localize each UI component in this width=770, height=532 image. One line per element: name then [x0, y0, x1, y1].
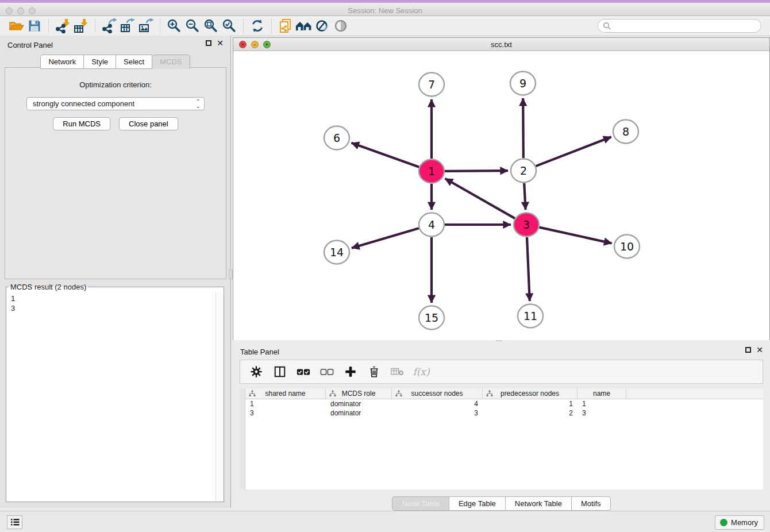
result-scrollbar[interactable] [215, 292, 222, 500]
graph-node-2[interactable]: 2 [511, 159, 536, 183]
graph-node-10[interactable]: 10 [614, 235, 640, 259]
clone-network-button[interactable] [276, 17, 295, 34]
table-row[interactable]: 1 dominator 4 1 1 [245, 399, 763, 408]
cell-predecessor-nodes[interactable]: 1 [483, 400, 578, 408]
table-row[interactable]: 3 dominator 3 2 3 [245, 408, 763, 418]
graph-node-4[interactable]: 4 [419, 213, 444, 237]
graph-edge-4-14[interactable] [352, 228, 419, 248]
open-session-button[interactable] [7, 17, 25, 34]
cell-predecessor-nodes[interactable]: 2 [483, 409, 578, 417]
import-table-icon [74, 18, 88, 33]
network-canvas[interactable]: 1234678910111415 [233, 51, 769, 340]
graph-edge-2-9[interactable] [523, 98, 523, 158]
column-header-name[interactable]: name [578, 388, 626, 399]
export-table-button[interactable] [118, 17, 137, 34]
tab-edge-table[interactable]: Edge Table [449, 496, 506, 511]
run-mcds-button[interactable]: Run MCDS [53, 117, 110, 130]
graph-node-9[interactable]: 9 [510, 72, 536, 95]
graph-node-11[interactable]: 11 [518, 304, 543, 328]
network-window-title: scc.txt [233, 40, 769, 49]
svg-text:1: 1 [428, 165, 435, 178]
tab-select[interactable]: Select [116, 55, 152, 69]
cell-successor-nodes[interactable]: 4 [392, 400, 483, 408]
column-header-successor-nodes[interactable]: successor nodes [392, 388, 483, 399]
float-table-panel-icon[interactable] [745, 347, 751, 353]
hide-graphics-icon [315, 18, 330, 33]
hide-graphics-details-button[interactable] [313, 17, 332, 34]
fit-content-button[interactable] [202, 17, 220, 34]
export-network-button[interactable] [100, 17, 118, 34]
cell-name[interactable]: 1 [578, 400, 626, 408]
table-left-gutter [240, 388, 245, 489]
tab-network[interactable]: Network [40, 55, 84, 69]
select-all-rows-button[interactable] [297, 365, 310, 379]
close-table-panel-icon[interactable]: ✕ [756, 347, 763, 353]
toolbar-separator [271, 18, 272, 33]
network-graph[interactable]: 1234678910111415 [233, 51, 769, 340]
cell-mcds-role[interactable]: dominator [326, 409, 392, 417]
show-graphics-details-button[interactable] [332, 17, 350, 34]
cell-mcds-role[interactable]: dominator [326, 400, 392, 408]
search-input[interactable] [598, 19, 761, 33]
deselect-all-rows-button[interactable] [320, 365, 334, 379]
graph-edge-2-8[interactable] [536, 137, 611, 166]
graph-edge-1-2[interactable] [445, 171, 508, 171]
add-row-button[interactable] [344, 365, 357, 379]
table-settings-button[interactable] [249, 365, 263, 379]
mcds-result-text[interactable]: 1 3 [7, 292, 215, 500]
refresh-layout-button[interactable] [248, 17, 267, 34]
zoom-in-button[interactable] [165, 17, 183, 34]
float-panel-icon[interactable] [206, 40, 211, 46]
tab-motifs[interactable]: Motifs [572, 496, 611, 511]
graph-node-8[interactable]: 8 [613, 120, 638, 144]
columns-icon [274, 365, 286, 378]
network-window-titlebar[interactable]: ✕ − + scc.txt [233, 38, 769, 51]
delete-rows-button[interactable] [367, 365, 381, 379]
graph-node-1[interactable]: 1 [419, 160, 444, 183]
graph-edge-3-1[interactable] [445, 179, 515, 218]
import-network-icon [55, 18, 70, 33]
show-all-networks-button[interactable] [295, 17, 313, 34]
fx-icon: f(x) [413, 366, 429, 377]
memory-button[interactable]: Memory [715, 515, 764, 530]
svg-text:8: 8 [622, 125, 629, 138]
zoom-selected-button[interactable] [220, 17, 238, 34]
import-network-button[interactable] [53, 17, 72, 34]
save-session-button[interactable] [25, 17, 44, 34]
close-panel-icon[interactable]: ✕ [217, 40, 224, 46]
cell-shared-name[interactable]: 3 [245, 409, 326, 417]
import-table-button[interactable] [72, 17, 90, 34]
graph-node-6[interactable]: 6 [324, 126, 349, 150]
graph-edge-3-11[interactable] [527, 237, 530, 301]
table-panel-title: Table Panel [240, 348, 279, 356]
task-history-button[interactable] [7, 515, 22, 529]
graph-edge-1-6[interactable] [351, 143, 419, 167]
show-columns-button[interactable] [273, 365, 287, 379]
column-header-predecessor-nodes[interactable]: predecessor nodes [483, 388, 578, 399]
vertical-split-handle[interactable] [229, 269, 233, 279]
column-header-mcds-role[interactable]: MCDS role [326, 388, 392, 399]
graph-edge-3-10[interactable] [539, 228, 611, 244]
tab-style[interactable]: Style [84, 55, 116, 69]
graph-node-3[interactable]: 3 [514, 213, 539, 237]
optimization-criterion-select[interactable]: strongly connected component ⌃⌄ [26, 97, 205, 110]
main-toolbar [0, 16, 770, 36]
tab-node-table[interactable]: Node Table [392, 496, 449, 511]
svg-text:7: 7 [428, 78, 435, 91]
tab-network-table[interactable]: Network Table [506, 496, 572, 511]
svg-text:14: 14 [330, 246, 344, 259]
graph-edge-2-3[interactable] [524, 183, 525, 210]
graph-node-7[interactable]: 7 [419, 73, 444, 97]
cell-shared-name[interactable]: 1 [245, 400, 326, 408]
column-header-shared-name[interactable]: shared name [245, 388, 326, 399]
export-image-button[interactable] [137, 17, 155, 34]
graph-node-14[interactable]: 14 [324, 241, 349, 264]
cell-name[interactable]: 3 [578, 409, 626, 417]
graph-node-15[interactable]: 15 [419, 306, 444, 330]
cell-successor-nodes[interactable]: 3 [392, 409, 483, 417]
column-tree-icon [329, 390, 336, 397]
tab-mcds[interactable]: MCDS [152, 55, 190, 69]
close-panel-button[interactable]: Close panel [119, 117, 178, 130]
zoom-in-icon [167, 18, 182, 33]
zoom-out-button[interactable] [183, 17, 202, 34]
